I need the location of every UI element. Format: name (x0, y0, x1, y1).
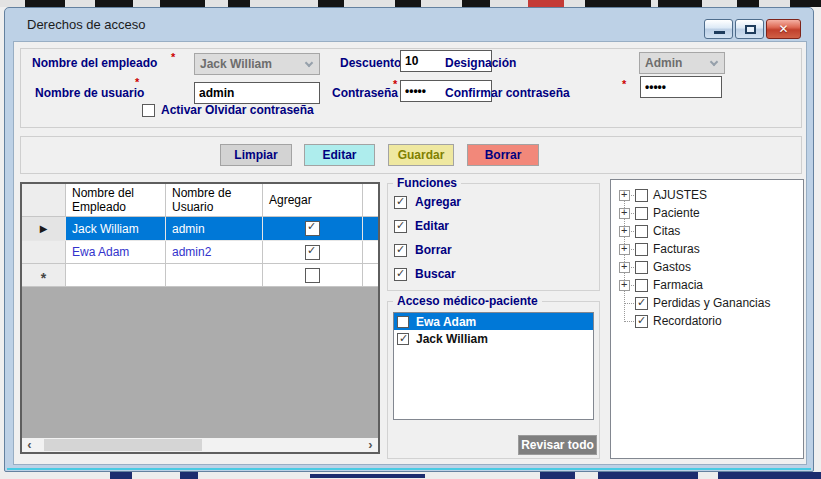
minimize-button[interactable] (704, 19, 733, 39)
background-toolbar-strip (0, 0, 821, 7)
dialog-client-area: Nombre del empleado * Jack William Descu… (13, 41, 807, 465)
column-header-username[interactable]: Nombre de Usuario (166, 184, 263, 217)
checkbox[interactable] (394, 268, 407, 281)
cell-username[interactable]: admin (166, 217, 263, 241)
maximize-icon (745, 25, 756, 34)
tree-item-facturas[interactable]: Facturas (619, 240, 700, 258)
checkbox[interactable] (394, 196, 407, 209)
background-block (180, 472, 198, 479)
checkbox[interactable] (394, 220, 407, 233)
confirm-password-input[interactable] (640, 76, 722, 98)
expand-icon[interactable] (619, 208, 630, 219)
background-icon (790, 0, 821, 7)
checkbox[interactable] (635, 189, 648, 202)
funcion-buscar[interactable]: Buscar (394, 267, 456, 281)
username-input[interactable] (194, 82, 320, 104)
list-item[interactable]: Ewa Adam (394, 313, 593, 330)
row-selector-cell[interactable]: ▶ (22, 217, 66, 241)
designation-combobox[interactable]: Admin (639, 52, 725, 74)
cell-agregar[interactable] (263, 241, 363, 264)
agregar-checkbox[interactable] (305, 245, 320, 260)
expand-icon[interactable] (619, 226, 630, 237)
grid-header-filler (363, 184, 378, 217)
tree-item-recordatorio[interactable]: Recordatorio (619, 312, 722, 330)
scrollbar-thumb[interactable] (44, 439, 202, 451)
funcion-agregar[interactable]: Agregar (394, 195, 461, 209)
scroll-left-icon[interactable]: ‹ (22, 438, 37, 452)
confirm-required-marker: * (622, 78, 626, 90)
cell-employee[interactable]: Jack William (66, 217, 166, 241)
tree-item-farmacia[interactable]: Farmacia (619, 276, 703, 294)
grid-corner-cell[interactable] (22, 184, 66, 217)
tree-item-perdidas-y-ganancias[interactable]: Perdidas y Ganancias (619, 294, 770, 312)
funciones-groupbox: Funciones Agregar Editar Borrar Buscar (387, 183, 600, 291)
tree-item-ajustes[interactable]: AJUSTES (619, 186, 707, 204)
tree-item-citas[interactable]: Citas (619, 222, 680, 240)
checkbox[interactable] (397, 333, 409, 345)
table-row[interactable]: ▶ Jack William admin (22, 217, 378, 241)
limpiar-button[interactable]: Limpiar (220, 144, 292, 166)
forgot-password-option[interactable]: Activar Olvidar contraseña (142, 103, 314, 117)
row-selector-cell[interactable]: * (22, 264, 66, 287)
checkbox[interactable] (394, 244, 407, 257)
checkbox[interactable] (635, 225, 648, 238)
revisar-todo-button[interactable]: Revisar todo (518, 435, 597, 455)
expand-icon[interactable] (619, 280, 630, 291)
agregar-checkbox[interactable] (305, 221, 320, 236)
checkbox[interactable] (635, 315, 648, 328)
column-header-agregar[interactable]: Agregar (263, 184, 363, 217)
employee-required-marker: * (171, 51, 175, 63)
grid-row-filler (363, 264, 378, 287)
table-row[interactable]: Ewa Adam admin2 (22, 241, 378, 264)
background-icon (160, 0, 205, 7)
expand-icon[interactable] (619, 244, 630, 255)
checkbox[interactable] (635, 279, 648, 292)
current-row-arrow-icon: ▶ (40, 223, 48, 234)
editar-button[interactable]: Editar (304, 144, 375, 166)
list-item[interactable]: Jack William (394, 330, 593, 347)
column-header-employee[interactable]: Nombre del Empleado (66, 184, 166, 217)
cell-agregar[interactable] (263, 264, 363, 287)
checkbox[interactable] (635, 207, 648, 220)
tree-item-label: Citas (653, 224, 680, 238)
tree-item-label: Recordatorio (653, 314, 722, 328)
tree-item-label: Facturas (653, 242, 700, 256)
tree-item-label: Gastos (653, 260, 691, 274)
cell-agregar[interactable] (263, 217, 363, 241)
table-row-new[interactable]: * (22, 264, 378, 287)
background-icon (462, 0, 490, 7)
row-selector-cell[interactable] (22, 241, 66, 264)
close-button[interactable] (766, 19, 801, 39)
checkbox[interactable] (635, 297, 648, 310)
funciones-title: Funciones (393, 176, 461, 190)
tree-item-gastos[interactable]: Gastos (619, 258, 691, 276)
employee-combobox[interactable]: Jack William (194, 53, 320, 75)
cell-username[interactable] (166, 264, 263, 287)
doctor-checked-list: Ewa Adam Jack William (393, 312, 594, 420)
employee-label: Nombre del empleado (32, 56, 157, 70)
funcion-editar[interactable]: Editar (394, 219, 449, 233)
cell-employee[interactable]: Ewa Adam (66, 241, 166, 264)
grid-horizontal-scrollbar[interactable]: ‹ › (22, 438, 378, 452)
checkbox[interactable] (635, 261, 648, 274)
grid-row-filler (363, 217, 378, 241)
forgot-password-checkbox[interactable] (142, 104, 155, 117)
employee-combobox-value: Jack William (200, 57, 272, 71)
tree-item-paciente[interactable]: Paciente (619, 204, 700, 222)
guardar-button[interactable]: Guardar (388, 144, 454, 166)
list-item-label: Ewa Adam (416, 315, 476, 329)
scroll-right-icon[interactable]: › (363, 438, 378, 452)
borrar-button[interactable]: Borrar (467, 144, 539, 166)
cell-username[interactable]: admin2 (166, 241, 263, 264)
screen: Derechos de acceso Nombre del empleado *… (0, 0, 821, 479)
grid-row-filler (363, 241, 378, 264)
cell-employee[interactable] (66, 264, 166, 287)
funcion-borrar[interactable]: Borrar (394, 243, 452, 257)
checkbox[interactable] (397, 316, 409, 328)
checkbox[interactable] (635, 243, 648, 256)
tree-item-label: Farmacia (653, 278, 703, 292)
expand-icon[interactable] (619, 262, 630, 273)
agregar-checkbox[interactable] (305, 268, 320, 283)
expand-icon[interactable] (619, 190, 630, 201)
maximize-button[interactable] (735, 19, 764, 39)
